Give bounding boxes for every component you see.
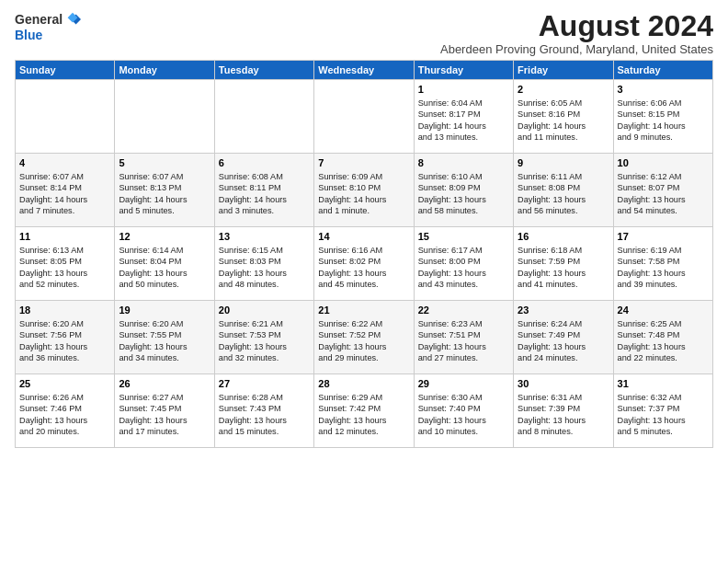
title-section: August 2024 Aberdeen Proving Ground, Mar… bbox=[440, 11, 713, 56]
day-number: 15 bbox=[418, 230, 509, 244]
day-info: Sunset: 8:00 PM bbox=[418, 256, 509, 267]
calendar-cell: 3Sunrise: 6:06 AMSunset: 8:15 PMDaylight… bbox=[613, 80, 712, 154]
day-info: Sunrise: 6:32 AM bbox=[618, 392, 709, 403]
calendar-cell: 21Sunrise: 6:22 AMSunset: 7:52 PMDayligh… bbox=[314, 301, 414, 374]
day-info: Sunrise: 6:10 AM bbox=[418, 171, 509, 182]
day-info: Sunrise: 6:11 AM bbox=[518, 171, 609, 182]
day-number: 27 bbox=[219, 377, 310, 391]
day-number: 9 bbox=[518, 156, 609, 170]
weekday-monday: Monday bbox=[115, 61, 214, 80]
day-info: Sunset: 7:46 PM bbox=[19, 403, 110, 414]
day-info: and 7 minutes. bbox=[19, 205, 110, 216]
calendar-table: SundayMondayTuesdayWednesdayThursdayFrid… bbox=[15, 60, 713, 448]
day-info: and 48 minutes. bbox=[219, 279, 310, 290]
day-info: Sunrise: 6:14 AM bbox=[119, 245, 210, 256]
day-number: 12 bbox=[119, 230, 210, 244]
day-info: Sunrise: 6:05 AM bbox=[518, 98, 609, 109]
day-info: Sunset: 8:11 PM bbox=[219, 182, 310, 193]
calendar-cell: 22Sunrise: 6:23 AMSunset: 7:51 PMDayligh… bbox=[414, 301, 513, 374]
day-info: Daylight: 13 hours bbox=[318, 268, 409, 279]
day-number: 10 bbox=[618, 156, 709, 170]
day-info: Daylight: 13 hours bbox=[518, 341, 609, 352]
day-number: 20 bbox=[219, 304, 310, 317]
day-number: 18 bbox=[19, 304, 110, 317]
day-info: Daylight: 13 hours bbox=[219, 268, 310, 279]
calendar-cell: 4Sunrise: 6:07 AMSunset: 8:14 PMDaylight… bbox=[16, 154, 115, 227]
day-info: Sunrise: 6:07 AM bbox=[119, 171, 210, 182]
day-number: 16 bbox=[518, 230, 609, 244]
day-number: 3 bbox=[618, 83, 709, 97]
day-number: 13 bbox=[219, 230, 310, 244]
day-info: and 58 minutes. bbox=[418, 205, 509, 216]
day-info: Sunrise: 6:30 AM bbox=[418, 392, 509, 403]
day-info: Sunset: 7:43 PM bbox=[219, 403, 310, 414]
day-info: Daylight: 13 hours bbox=[618, 341, 709, 352]
day-info: and 9 minutes. bbox=[618, 132, 709, 143]
day-info: Daylight: 14 hours bbox=[19, 194, 110, 205]
day-number: 23 bbox=[518, 304, 609, 317]
calendar-cell: 12Sunrise: 6:14 AMSunset: 8:04 PMDayligh… bbox=[115, 227, 214, 301]
day-info: Daylight: 14 hours bbox=[618, 121, 709, 132]
day-info: Sunrise: 6:09 AM bbox=[318, 171, 409, 182]
day-info: Sunset: 8:03 PM bbox=[219, 256, 310, 267]
day-info: Daylight: 13 hours bbox=[418, 194, 509, 205]
day-info: Sunrise: 6:18 AM bbox=[518, 245, 609, 256]
day-number: 7 bbox=[318, 156, 409, 170]
day-info: Daylight: 13 hours bbox=[19, 268, 110, 279]
weekday-sunday: Sunday bbox=[16, 61, 115, 80]
day-info: Daylight: 13 hours bbox=[618, 194, 709, 205]
day-info: Sunrise: 6:25 AM bbox=[618, 318, 709, 329]
day-info: and 45 minutes. bbox=[318, 279, 409, 290]
calendar-cell bbox=[314, 80, 414, 154]
day-info: and 5 minutes. bbox=[618, 426, 709, 437]
day-info: and 24 minutes. bbox=[518, 352, 609, 363]
day-info: Sunset: 8:08 PM bbox=[518, 182, 609, 193]
day-info: Daylight: 13 hours bbox=[518, 268, 609, 279]
week-row-1: 1Sunrise: 6:04 AMSunset: 8:17 PMDaylight… bbox=[16, 80, 713, 154]
day-info: Daylight: 13 hours bbox=[618, 415, 709, 426]
calendar-cell: 15Sunrise: 6:17 AMSunset: 8:00 PMDayligh… bbox=[414, 227, 513, 301]
calendar-cell: 11Sunrise: 6:13 AMSunset: 8:05 PMDayligh… bbox=[16, 227, 115, 301]
day-info: and 12 minutes. bbox=[318, 426, 409, 437]
week-row-4: 18Sunrise: 6:20 AMSunset: 7:56 PMDayligh… bbox=[16, 301, 713, 374]
day-info: Daylight: 13 hours bbox=[219, 415, 310, 426]
calendar-cell: 30Sunrise: 6:31 AMSunset: 7:39 PMDayligh… bbox=[514, 374, 613, 448]
day-info: Sunrise: 6:26 AM bbox=[19, 392, 110, 403]
calendar-cell: 8Sunrise: 6:10 AMSunset: 8:09 PMDaylight… bbox=[414, 154, 513, 227]
day-info: Sunrise: 6:12 AM bbox=[618, 171, 709, 182]
day-info: Sunrise: 6:27 AM bbox=[119, 392, 210, 403]
day-info: Daylight: 13 hours bbox=[119, 341, 210, 352]
weekday-saturday: Saturday bbox=[613, 61, 712, 80]
day-info: Daylight: 13 hours bbox=[318, 341, 409, 352]
day-info: Daylight: 14 hours bbox=[119, 194, 210, 205]
day-info: Daylight: 13 hours bbox=[119, 415, 210, 426]
day-info: Sunset: 8:07 PM bbox=[618, 182, 709, 193]
day-info: Sunset: 7:53 PM bbox=[219, 329, 310, 340]
day-info: Sunset: 7:40 PM bbox=[418, 403, 509, 414]
day-number: 4 bbox=[19, 156, 110, 170]
day-info: and 54 minutes. bbox=[618, 205, 709, 216]
day-info: Sunrise: 6:15 AM bbox=[219, 245, 310, 256]
day-info: and 43 minutes. bbox=[418, 279, 509, 290]
day-number: 6 bbox=[219, 156, 310, 170]
day-info: Daylight: 13 hours bbox=[418, 415, 509, 426]
day-info: and 13 minutes. bbox=[418, 132, 509, 143]
calendar-cell: 14Sunrise: 6:16 AMSunset: 8:02 PMDayligh… bbox=[314, 227, 414, 301]
day-info: and 41 minutes. bbox=[518, 279, 609, 290]
day-info: and 27 minutes. bbox=[418, 352, 509, 363]
day-number: 19 bbox=[119, 304, 210, 317]
calendar-cell: 28Sunrise: 6:29 AMSunset: 7:42 PMDayligh… bbox=[314, 374, 414, 448]
calendar-cell: 9Sunrise: 6:11 AMSunset: 8:08 PMDaylight… bbox=[514, 154, 613, 227]
weekday-wednesday: Wednesday bbox=[314, 61, 414, 80]
day-info: Daylight: 13 hours bbox=[19, 415, 110, 426]
day-info: Sunrise: 6:06 AM bbox=[618, 98, 709, 109]
page-header: General Blue August 2024 Aberdeen Provin… bbox=[15, 11, 713, 56]
day-info: and 17 minutes. bbox=[119, 426, 210, 437]
day-info: Daylight: 13 hours bbox=[418, 341, 509, 352]
day-info: Sunset: 7:58 PM bbox=[618, 256, 709, 267]
day-info: Sunset: 7:48 PM bbox=[618, 329, 709, 340]
day-number: 28 bbox=[318, 377, 409, 391]
day-number: 21 bbox=[318, 304, 409, 317]
day-number: 17 bbox=[618, 230, 709, 244]
day-info: and 34 minutes. bbox=[119, 352, 210, 363]
